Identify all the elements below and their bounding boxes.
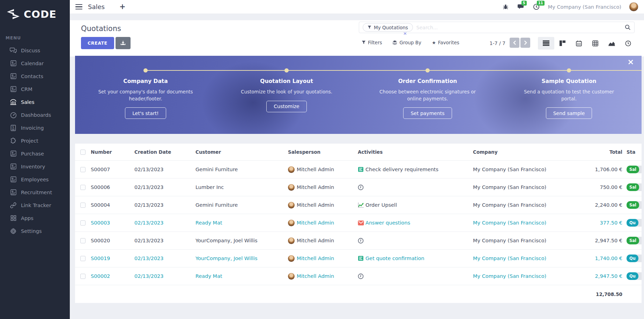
total-amount: 2,240.00 € <box>574 202 627 208</box>
company-switcher[interactable]: My Company (San Francisco) <box>548 4 621 10</box>
graph-view-button[interactable] <box>604 37 620 50</box>
activity-clock-icon[interactable] <box>358 184 364 190</box>
sidebar-item-purchase[interactable]: Purchase <box>0 147 70 160</box>
status-badge-label: Sal <box>627 201 639 209</box>
column-header-salesperson[interactable]: Salesperson <box>288 149 358 155</box>
svg-text:$: $ <box>12 126 14 129</box>
total-amount: 2,947.50 € <box>574 273 627 279</box>
activity-chart-icon[interactable] <box>358 202 364 208</box>
sidebar-item-label: Invoicing <box>21 125 44 131</box>
export-button[interactable] <box>116 37 131 49</box>
sidebar-item-inventory[interactable]: Inventory <box>0 160 70 173</box>
search-input[interactable] <box>416 25 625 30</box>
salesperson-avatar <box>288 166 295 173</box>
pager-previous-button[interactable] <box>510 38 519 48</box>
row-checkbox[interactable] <box>80 203 86 208</box>
filters-button[interactable]: Filters <box>362 40 382 45</box>
sidebar-item-recruitment[interactable]: Recruitment <box>0 186 70 199</box>
table-row[interactable]: S0000402/13/2023Gemini FurnitureMitchell… <box>75 196 642 214</box>
row-checkbox[interactable] <box>80 274 86 279</box>
step-action-button[interactable]: Customize <box>266 101 307 112</box>
sidebar-item-label: Dashboards <box>21 112 51 118</box>
activities-clock-icon[interactable]: 11 <box>533 3 540 11</box>
sidebar-item-sales[interactable]: Sales <box>0 96 70 108</box>
creation-date: 02/13/2023 <box>134 220 195 226</box>
sidebar-item-label: Employees <box>21 177 49 182</box>
debug-bug-icon[interactable] <box>502 3 510 11</box>
select-all-checkbox[interactable] <box>80 150 86 155</box>
row-checkbox[interactable] <box>80 220 86 226</box>
creation-date: 02/13/2023 <box>134 238 195 243</box>
column-header-sta[interactable]: Sta <box>627 149 642 155</box>
search-bar[interactable]: My Quotations × <box>359 22 635 33</box>
quotation-number: S00006 <box>91 184 134 190</box>
layers-icon <box>392 40 397 45</box>
table-row[interactable]: S0002002/13/2023YourCompany, Joel Willis… <box>75 231 642 249</box>
sidebar-item-settings[interactable]: Settings <box>0 225 70 237</box>
table-row[interactable]: S0000302/13/2023Ready MatMitchell AdminA… <box>75 214 642 231</box>
list-view-button[interactable] <box>538 37 554 50</box>
pivot-view-button[interactable] <box>587 37 604 50</box>
row-checkbox[interactable] <box>80 238 86 243</box>
hamburger-menu-icon[interactable] <box>75 4 82 10</box>
funnel-icon <box>368 25 371 29</box>
table-row[interactable]: S0000202/13/2023Ready MatMitchell AdminM… <box>75 267 642 285</box>
activity-envelope-icon[interactable] <box>358 220 364 226</box>
pager-next-button[interactable] <box>520 38 530 48</box>
row-checkbox[interactable] <box>80 167 86 172</box>
contacts-icon <box>9 73 17 80</box>
column-header-activities[interactable]: Activities <box>358 149 473 155</box>
column-header-total[interactable]: Total <box>574 149 627 155</box>
row-checkbox[interactable] <box>80 256 86 261</box>
table-row[interactable]: S0001902/13/2023YourCompany, Joel Willis… <box>75 249 642 267</box>
column-header-customer[interactable]: Customer <box>195 149 288 155</box>
quotation-number: S00003 <box>91 220 134 226</box>
status-badge: Qu <box>627 272 642 280</box>
sidebar-item-discuss[interactable]: Discuss <box>0 44 70 57</box>
create-button[interactable]: CREATE <box>81 37 114 49</box>
activity-view-button[interactable] <box>620 37 636 50</box>
table-row[interactable]: S0000702/13/2023Gemini FurnitureMitchell… <box>75 160 642 178</box>
add-tab-button[interactable]: + <box>119 3 126 10</box>
messages-icon[interactable]: 5 <box>517 3 525 11</box>
search-icon[interactable] <box>625 24 631 30</box>
column-header-creation-date[interactable]: Creation Date <box>134 149 195 155</box>
salesperson-avatar <box>288 202 295 208</box>
sidebar-item-apps[interactable]: Apps <box>0 212 70 225</box>
creation-date: 02/13/2023 <box>134 167 195 172</box>
sidebar-item-invoicing[interactable]: $Invoicing <box>0 121 70 134</box>
total-amount: 1,740.00 € <box>574 256 627 261</box>
brand-logo[interactable]: CODE <box>0 0 70 20</box>
company-name: My Company (San Francisco) <box>473 238 574 243</box>
step-action-button[interactable]: Send sample <box>546 107 592 119</box>
status-badge: Sal <box>627 237 642 244</box>
inventory-icon <box>9 163 17 170</box>
row-checkbox[interactable] <box>80 185 86 190</box>
onboarding-step: Company DataSet your company's data for … <box>97 78 194 119</box>
activity-list-icon[interactable] <box>358 256 364 261</box>
user-avatar[interactable] <box>629 2 638 12</box>
sidebar-item-link-tracker[interactable]: Link Tracker <box>0 199 70 212</box>
sidebar-item-project[interactable]: Project <box>0 134 70 147</box>
step-action-button[interactable]: Let's start! <box>125 107 166 119</box>
favorites-button[interactable]: ★ Favorites <box>432 40 459 45</box>
sidebar-item-calendar[interactable]: Calendar <box>0 57 70 70</box>
sidebar-item-contacts[interactable]: Contacts <box>0 70 70 83</box>
sidebar-item-employees[interactable]: Employees <box>0 173 70 186</box>
column-header-company[interactable]: Company <box>473 149 574 155</box>
activity-clock-icon[interactable] <box>358 238 364 244</box>
table-row[interactable]: S0000602/13/2023Lumber IncMitchell Admin… <box>75 178 642 196</box>
facet-remove-icon[interactable]: × <box>403 31 407 36</box>
activity-list-icon[interactable] <box>358 167 364 173</box>
sidebar-item-crm[interactable]: CRM <box>0 83 70 96</box>
activity-clock-icon[interactable] <box>358 273 364 279</box>
group-by-button[interactable]: Group By <box>392 40 421 45</box>
sidebar-item-dashboards[interactable]: Dashboards <box>0 108 70 121</box>
step-action-button[interactable]: Set payments <box>403 107 452 119</box>
dashboards-icon <box>9 112 17 119</box>
kanban-view-button[interactable] <box>554 37 571 50</box>
app-title[interactable]: Sales <box>88 3 105 10</box>
column-header-number[interactable]: Number <box>91 149 134 155</box>
calendar-view-button[interactable] <box>571 37 587 50</box>
banner-close-icon[interactable] <box>628 59 633 66</box>
